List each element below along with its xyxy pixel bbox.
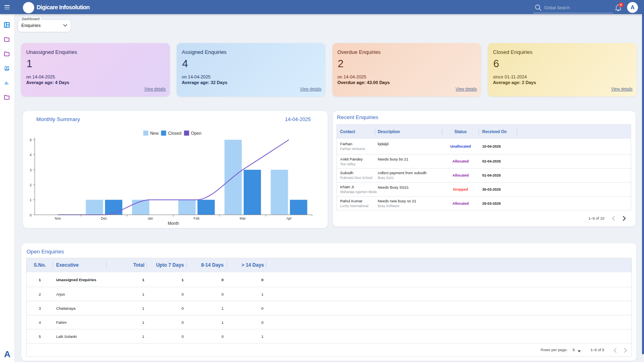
svg-text:Open: Open	[191, 131, 201, 136]
svg-text:Jan: Jan	[147, 216, 153, 220]
svg-text:Month: Month	[167, 221, 179, 226]
svg-text:3: 3	[30, 168, 32, 172]
svg-text:4: 4	[30, 153, 32, 157]
svg-text:Mar: Mar	[239, 216, 246, 220]
svg-text:2: 2	[30, 183, 32, 187]
svg-text:New: New	[150, 131, 159, 136]
svg-text:5: 5	[30, 138, 32, 142]
svg-text:Monthly Summary: Monthly Summary	[36, 116, 80, 122]
svg-text:Apr: Apr	[286, 216, 291, 220]
svg-text:Nov: Nov	[55, 216, 61, 220]
svg-text:Closed: Closed	[168, 131, 182, 136]
svg-text:Feb: Feb	[194, 216, 200, 220]
svg-text:1: 1	[30, 198, 32, 202]
svg-text:14-04-2025: 14-04-2025	[285, 117, 311, 122]
svg-text:Dec: Dec	[101, 216, 107, 220]
svg-text:0: 0	[30, 213, 32, 217]
